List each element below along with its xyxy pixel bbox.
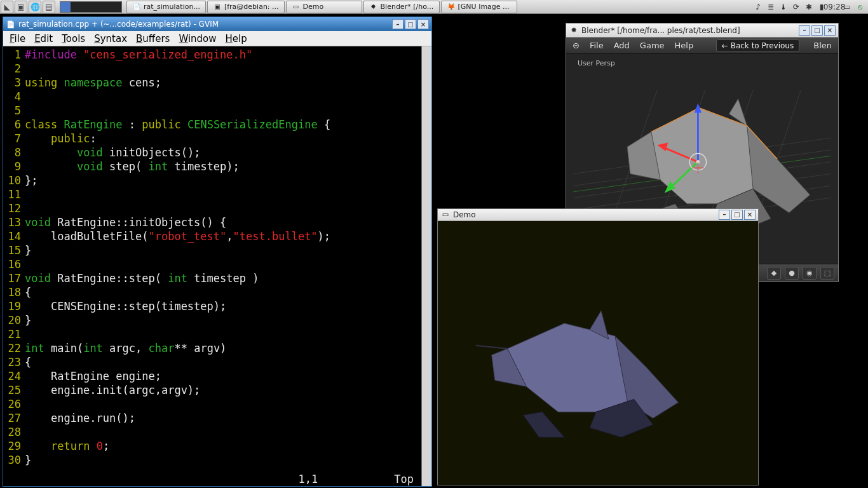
line-number: 9 (3, 159, 25, 173)
taskbar-item[interactable]: ▭Demo (286, 1, 362, 13)
code-line[interactable]: 2 (3, 62, 431, 76)
code-line[interactable]: 11 (3, 187, 431, 201)
code-line[interactable]: 17void RatEngine::step( int timestep ) (3, 271, 431, 285)
code-line[interactable]: 12 (3, 201, 431, 215)
blender-titlebar[interactable]: ✸ Blender* [/home/fra... ples/rat/test.b… (566, 24, 838, 37)
gvim-title: rat_simulation.cpp + (~...code/examples/… (18, 20, 392, 29)
editor-area[interactable]: 1#include "cens_serialized_engine.h"23us… (3, 46, 431, 486)
code-line[interactable]: 26 (3, 397, 431, 411)
menu-tools[interactable]: Tools (62, 33, 85, 44)
menu-syntax[interactable]: Syntax (94, 33, 127, 44)
scroll-indicator: Top (394, 472, 414, 486)
minimize-button[interactable]: – (392, 19, 403, 29)
shading-solid-button[interactable]: ● (785, 267, 799, 280)
code-line[interactable]: 9 void step( int timestep); (3, 159, 431, 173)
code-line[interactable]: 24 RatEngine engine; (3, 369, 431, 383)
code-line[interactable]: 29 return 0; (3, 439, 431, 453)
close-button[interactable]: × (744, 210, 756, 220)
blender-menu-game[interactable]: Game (640, 41, 665, 50)
task-icon: ▭ (292, 3, 301, 11)
temperature-icon[interactable]: 🌡 (779, 3, 788, 11)
vim-statusbar: 1,1 Top (3, 472, 421, 486)
logout-icon[interactable]: ⎋ (855, 3, 864, 11)
minimize-button[interactable]: – (719, 210, 730, 220)
blender-menu-add[interactable]: Add (614, 41, 630, 50)
code-line[interactable]: 4 (3, 90, 431, 104)
line-number: 8 (3, 146, 25, 159)
code-line[interactable]: 28 (3, 425, 431, 439)
code-line[interactable]: 5 (3, 104, 431, 118)
maximize-button[interactable]: □ (811, 25, 823, 36)
code-line[interactable]: 1#include "cens_serialized_engine.h" (3, 48, 431, 62)
back-to-previous-button[interactable]: ← Back to Previous (716, 39, 800, 52)
menu-window[interactable]: Window (179, 33, 216, 44)
scrollbar[interactable] (421, 46, 431, 486)
network-icon[interactable]: ≣ (766, 3, 775, 11)
clock[interactable]: 09:28 (830, 3, 839, 11)
show-desktop-icon[interactable]: ▭ (843, 3, 851, 11)
code-line[interactable]: 6class RatEngine : public CENSSerialized… (3, 118, 431, 132)
blender-icon: ✸ (569, 25, 579, 36)
demo-titlebar[interactable]: ▭ Demo – □ × (438, 209, 758, 221)
demo-window: ▭ Demo – □ × (437, 208, 759, 485)
line-number: 17 (3, 271, 25, 285)
maximize-button[interactable]: □ (731, 210, 743, 220)
code-line[interactable]: 20} (3, 313, 431, 327)
line-number: 24 (3, 369, 25, 383)
minimize-button[interactable]: – (799, 25, 810, 36)
taskbar-item[interactable]: ▣[fra@debian: ... (207, 1, 285, 13)
browser-icon[interactable]: 🌐 (29, 1, 41, 13)
gvim-titlebar[interactable]: 📄 rat_simulation.cpp + (~...code/example… (3, 17, 431, 31)
mixer-icon[interactable]: ♪ (754, 3, 763, 11)
code-line[interactable]: 13void RatEngine::initObjects() { (3, 215, 431, 229)
bluetooth-icon[interactable]: ✱ (804, 3, 813, 11)
line-number: 19 (3, 299, 25, 313)
code-line[interactable]: 14 loadBulletFile("robot_test","test.bul… (3, 229, 431, 243)
demo-icon: ▭ (440, 210, 451, 220)
code-line[interactable]: 19 CENSEngine::step(timestep); (3, 299, 431, 313)
code-line[interactable]: 30} (3, 453, 431, 467)
taskbar-item[interactable]: ✸Blender* [/ho... (363, 1, 440, 13)
line-number: 20 (3, 313, 25, 327)
filemanager-icon[interactable]: ▤ (43, 1, 55, 13)
editor-type-icon[interactable]: ⊝ (573, 41, 580, 50)
menu-file[interactable]: File (10, 33, 25, 44)
taskbar-item[interactable]: 📄rat_simulation... (126, 1, 206, 13)
taskbar-item[interactable]: 🦊[GNU Image ... (441, 1, 517, 13)
overlay-button[interactable]: ⬚ (820, 267, 834, 280)
menu-buffers[interactable]: Buffers (136, 33, 170, 44)
code-line[interactable]: 25 engine.init(argc,argv); (3, 383, 431, 397)
terminal-icon[interactable]: ▣ (15, 1, 27, 13)
demo-canvas[interactable] (438, 221, 758, 485)
close-button[interactable]: × (417, 19, 429, 29)
menu-help[interactable]: Help (226, 33, 247, 44)
line-number: 16 (3, 257, 25, 271)
code-line[interactable]: 22int main(int argc, char** argv) (3, 341, 431, 355)
close-button[interactable]: × (824, 25, 836, 36)
blender-menu-truncated[interactable]: Blen (813, 41, 832, 50)
code-line[interactable]: 8 void initObjects(); (3, 146, 431, 159)
pivot-button[interactable]: ◆ (767, 267, 781, 280)
code-line[interactable]: 7 public: (3, 132, 431, 146)
code-line[interactable]: 18{ (3, 285, 431, 299)
maximize-button[interactable]: □ (405, 19, 416, 29)
code-line[interactable]: 3using namespace cens; (3, 76, 431, 90)
menu-edit[interactable]: Edit (34, 33, 53, 44)
code-line[interactable]: 10}; (3, 173, 431, 187)
code-line[interactable]: 21 (3, 327, 431, 341)
blender-menu-help[interactable]: Help (675, 41, 694, 50)
start-menu-icon[interactable]: ◣ (1, 1, 13, 13)
blender-menu-file[interactable]: File (590, 41, 604, 50)
shading-wire-button[interactable]: ◉ (803, 267, 817, 280)
task-label: rat_simulation... (144, 3, 200, 11)
gvim-window: 📄 rat_simulation.cpp + (~...code/example… (3, 17, 432, 487)
line-number: 26 (3, 397, 25, 411)
cursor-position: 1,1 (299, 472, 318, 486)
code-line[interactable]: 16 (3, 257, 431, 271)
updates-icon[interactable]: ⟳ (792, 3, 801, 11)
code-line[interactable]: 23{ (3, 355, 431, 369)
code-line[interactable]: 15} (3, 243, 431, 257)
workspace-pager[interactable] (60, 1, 122, 13)
code-line[interactable]: 27 engine.run(); (3, 411, 431, 425)
line-number: 27 (3, 411, 25, 425)
